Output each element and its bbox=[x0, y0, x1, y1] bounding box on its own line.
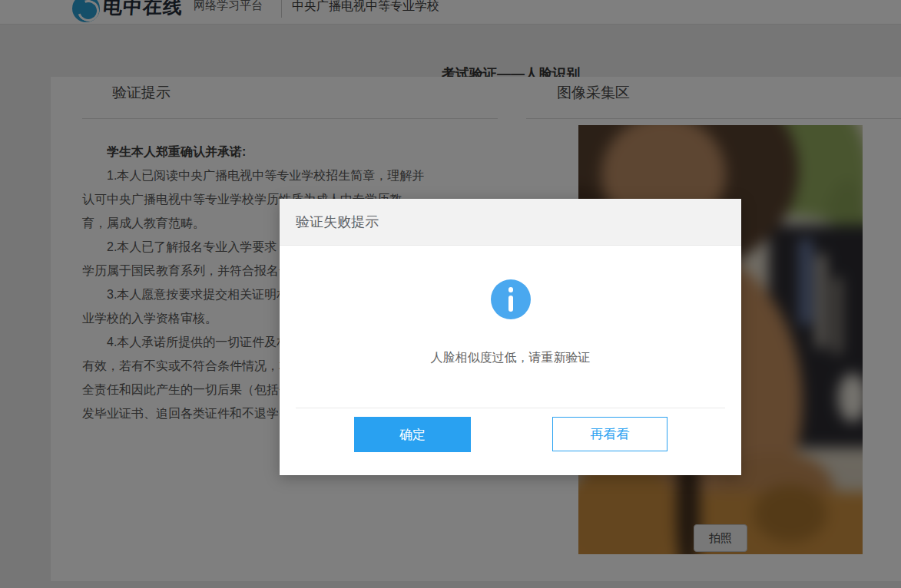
info-icon bbox=[491, 279, 531, 319]
dialog-header: 验证失败提示 bbox=[280, 199, 741, 246]
dialog-message: 人脸相似度过低，请重新验证 bbox=[280, 350, 741, 366]
verification-failed-dialog: 验证失败提示 人脸相似度过低，请重新验证 确定 再看看 bbox=[280, 199, 741, 475]
dialog-title: 验证失败提示 bbox=[296, 199, 379, 246]
look-again-button[interactable]: 再看看 bbox=[552, 417, 667, 451]
confirm-button[interactable]: 确定 bbox=[354, 417, 471, 452]
dialog-footer-divider bbox=[296, 408, 725, 408]
